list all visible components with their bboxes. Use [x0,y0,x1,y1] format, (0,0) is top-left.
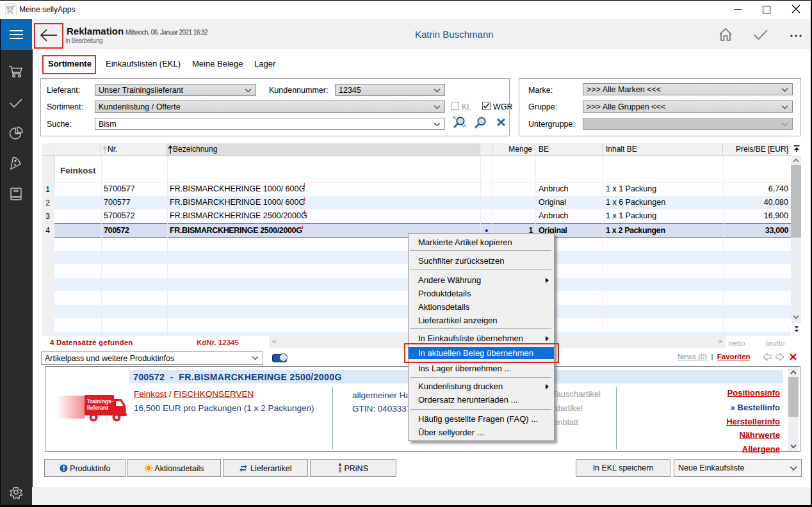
svg-text:lieferant: lieferant [87,405,108,411]
svg-text:Trainings-: Trainings- [87,398,113,405]
